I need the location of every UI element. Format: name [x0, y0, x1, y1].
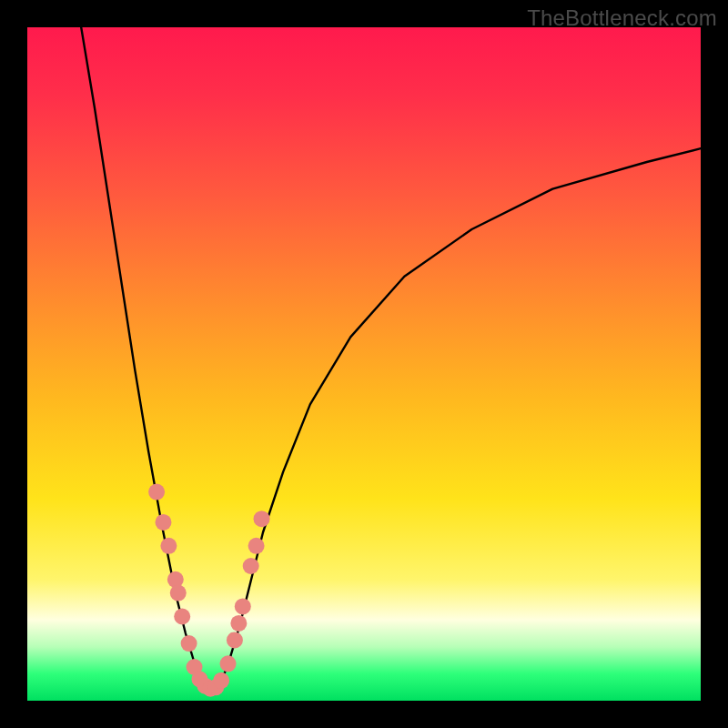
data-point — [213, 672, 229, 689]
data-point — [174, 609, 190, 625]
data-point — [254, 511, 270, 527]
data-point — [148, 484, 165, 500]
data-point — [230, 615, 247, 632]
data-point — [181, 635, 197, 652]
plot-area — [27, 27, 701, 701]
data-point — [220, 655, 237, 672]
watermark-text: TheBottleneck.com — [527, 5, 717, 31]
chart-svg — [27, 27, 701, 701]
data-point — [248, 538, 265, 554]
chart-frame: TheBottleneck.com — [0, 0, 728, 728]
data-point — [227, 632, 243, 648]
data-point — [170, 585, 187, 602]
marker-layer — [148, 484, 269, 697]
data-point — [160, 538, 177, 554]
data-point — [167, 571, 184, 588]
data-point — [235, 598, 251, 614]
data-point — [155, 514, 171, 531]
data-point — [243, 558, 259, 574]
